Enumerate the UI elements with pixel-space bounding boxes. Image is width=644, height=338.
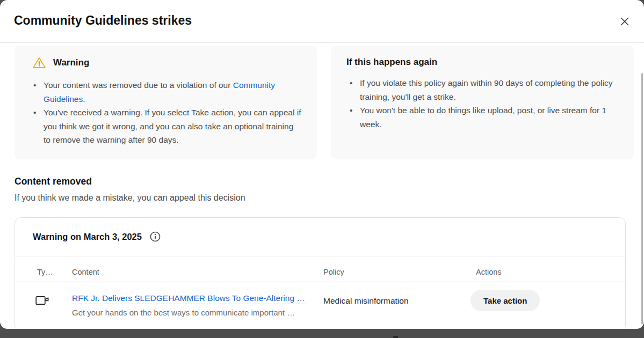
content-cell: RFK Jr. Delivers SLEDGEHAMMER Blows To G… [72, 293, 314, 317]
content-removed-title: Content removed [15, 176, 92, 187]
warning-bullet-1-text: Your content was removed due to a violat… [44, 80, 233, 90]
card-divider [15, 256, 625, 256]
consequences-bullet-2: • You won't be able to do things like up… [350, 104, 619, 131]
content-removed-subtitle: If you think we made a mistake, you can … [15, 193, 245, 203]
bullet-marker: • [33, 106, 44, 147]
strike-card-header: Warning on March 3, 2025 [33, 232, 142, 242]
warning-triangle-icon [32, 56, 46, 69]
table-header-divider [15, 282, 625, 282]
dialog-title: Community Guidelines strikes [14, 13, 192, 28]
consequences-bullet-1: • If you violate this policy again withi… [350, 76, 619, 104]
bullet-marker: • [33, 78, 44, 106]
bullet-marker: • [350, 104, 360, 131]
column-header-policy: Policy [323, 268, 344, 276]
video-description: Get your hands on the best ways to commu… [72, 308, 314, 317]
vertical-scrollbar[interactable] [641, 73, 643, 324]
warning-bullet-1: • Your content was removed due to a viol… [33, 78, 302, 106]
policy-cell: Medical misinformation [323, 296, 409, 306]
clipped-background-text: onzvion [310, 329, 444, 338]
close-icon [618, 15, 631, 28]
warning-bullet-2-text: You've received a warning. If you select… [44, 106, 302, 147]
close-button[interactable] [617, 14, 632, 29]
bullet-marker: • [350, 76, 360, 104]
take-action-button[interactable]: Take action [471, 290, 540, 311]
column-header-actions: Actions [476, 268, 502, 276]
info-button[interactable] [149, 231, 161, 243]
warning-panel: Warning • Your content was removed due t… [15, 46, 317, 159]
header-divider [0, 42, 644, 43]
community-guidelines-strikes-dialog: Community Guidelines strikes Warning • Y… [0, 0, 644, 329]
video-title-link[interactable]: RFK Jr. Delivers SLEDGEHAMMER Blows To G… [72, 293, 305, 304]
info-circle-icon [149, 231, 161, 243]
warning-bullet-2: • You've received a warning. If you sele… [33, 106, 302, 147]
warning-panel-title: Warning [53, 57, 89, 68]
column-header-type: Ty… [37, 268, 53, 276]
consequences-bullet-1-text: If you violate this policy again within … [360, 76, 619, 104]
consequences-panel-title: If this happens again [346, 57, 634, 68]
warning-bullet-1-period: . [83, 94, 85, 104]
column-header-content: Content [72, 268, 99, 276]
strike-card: Warning on March 3, 2025 Ty… Content Pol… [15, 217, 626, 329]
if-this-happens-again-panel: If this happens again • If you violate t… [331, 46, 634, 159]
consequences-bullet-2-text: You won't be able to do things like uplo… [360, 104, 619, 131]
video-camera-icon [35, 295, 50, 306]
